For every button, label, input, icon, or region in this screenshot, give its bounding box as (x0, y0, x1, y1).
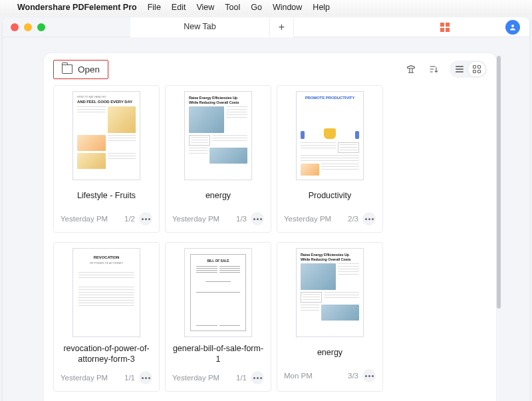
view-mode-toggle (450, 61, 487, 78)
document-pages: 1/3 (236, 215, 247, 223)
window-titlebar: New Tab + (3, 17, 529, 37)
more-icon (253, 377, 262, 379)
menu-view[interactable]: View (196, 3, 214, 12)
tab-new[interactable]: New Tab (130, 17, 270, 37)
user-avatar[interactable] (505, 20, 520, 35)
app-window: New Tab + Open (3, 17, 529, 401)
home-panel: Open (44, 53, 496, 401)
document-more-button[interactable] (251, 371, 264, 384)
menu-go[interactable]: Go (251, 3, 262, 12)
document-date: Yesterday PM (284, 215, 331, 223)
sort-icon[interactable] (427, 63, 440, 76)
document-title: general-bill-of-sale-form-1 (171, 344, 265, 364)
document-thumbnail: PROMOTE PRODUCTIVITY (296, 91, 364, 180)
home-toolbar: Open (44, 53, 496, 85)
document-card[interactable]: BILL OF SALE (165, 242, 271, 392)
document-pages: 1/1 (236, 374, 247, 382)
new-tab-button[interactable]: + (270, 17, 294, 37)
document-more-button[interactable] (362, 212, 376, 225)
document-title: revocation-of-power-of-attorney-form-3 (59, 344, 154, 364)
document-title: Productivity (309, 187, 352, 205)
menu-edit[interactable]: Edit (172, 3, 186, 12)
close-window-button[interactable] (11, 23, 19, 31)
document-pages: 2/3 (348, 215, 358, 223)
document-card[interactable]: Raise Energy Efficiencies Up While Reduc… (277, 242, 383, 392)
folder-icon (62, 65, 72, 74)
document-card[interactable]: REVOCATION OF POWER OF ATTORNEY revocati… (53, 242, 160, 392)
menu-tool[interactable]: Tool (225, 3, 240, 12)
document-thumbnail: BILL OF SALE (184, 248, 252, 337)
recent-documents-grid: HOW TO EAT HEALTHY AND FEEL GOOD EVERY D… (44, 85, 496, 392)
more-icon (253, 218, 262, 220)
menu-help[interactable]: Help (313, 3, 330, 12)
grid-view-button[interactable] (468, 62, 485, 76)
tab-label: New Tab (184, 22, 215, 31)
vertical-scrollbar[interactable] (497, 56, 501, 309)
document-thumbnail: Raise Energy Efficiencies Up While Reduc… (184, 91, 252, 180)
document-title: energy (205, 187, 231, 205)
minimize-window-button[interactable] (24, 23, 32, 31)
document-card[interactable]: HOW TO EAT HEALTHY AND FEEL GOOD EVERY D… (53, 85, 160, 233)
pin-icon[interactable] (404, 63, 418, 76)
more-icon (142, 218, 150, 220)
open-button-label: Open (78, 65, 100, 74)
grid-icon (473, 65, 481, 73)
document-pages: 1/1 (124, 374, 135, 382)
document-date: Yesterday PM (172, 374, 219, 382)
plus-icon: + (279, 21, 285, 33)
document-date: Mon PM (284, 372, 313, 380)
document-date: Yesterday PM (61, 374, 108, 382)
open-button[interactable]: Open (53, 60, 108, 79)
recent-documents-scroll[interactable]: HOW TO EAT HEALTHY AND FEEL GOOD EVERY D… (44, 85, 496, 401)
titlebar-actions (431, 20, 529, 35)
document-more-button[interactable] (251, 212, 264, 225)
document-more-button[interactable] (139, 371, 152, 384)
document-card[interactable]: PROMOTE PRODUCTIVITY Productivity Yester… (277, 85, 383, 233)
document-pages: 1/2 (124, 215, 135, 223)
list-icon (456, 66, 464, 72)
document-card[interactable]: Raise Energy Efficiencies Up While Reduc… (165, 85, 271, 233)
document-pages: 3/3 (348, 372, 358, 380)
more-icon (365, 218, 374, 220)
menu-window[interactable]: Window (273, 3, 302, 12)
fullscreen-window-button[interactable] (37, 23, 45, 31)
document-date: Yesterday PM (172, 215, 219, 223)
more-icon (365, 375, 374, 377)
document-thumbnail: REVOCATION OF POWER OF ATTORNEY (72, 248, 140, 337)
document-more-button[interactable] (139, 212, 152, 225)
window-controls (3, 17, 130, 37)
document-thumbnail: Raise Energy Efficiencies Up While Reduc… (296, 248, 364, 337)
menu-file[interactable]: File (148, 3, 161, 12)
mac-menubar: Wondershare PDFelement Pro File Edit Vie… (0, 0, 532, 15)
document-thumbnail: HOW TO EAT HEALTHY AND FEEL GOOD EVERY D… (72, 91, 140, 180)
svg-point-0 (511, 25, 514, 27)
apps-grid-icon[interactable] (440, 23, 450, 32)
document-title: Lifestyle - Fruits (77, 187, 136, 205)
app-menu[interactable]: Wondershare PDFelement Pro (17, 3, 137, 12)
document-more-button[interactable] (362, 369, 376, 382)
document-title: energy (317, 344, 342, 362)
more-icon (142, 377, 150, 379)
document-date: Yesterday PM (61, 215, 108, 223)
list-view-button[interactable] (451, 62, 468, 76)
